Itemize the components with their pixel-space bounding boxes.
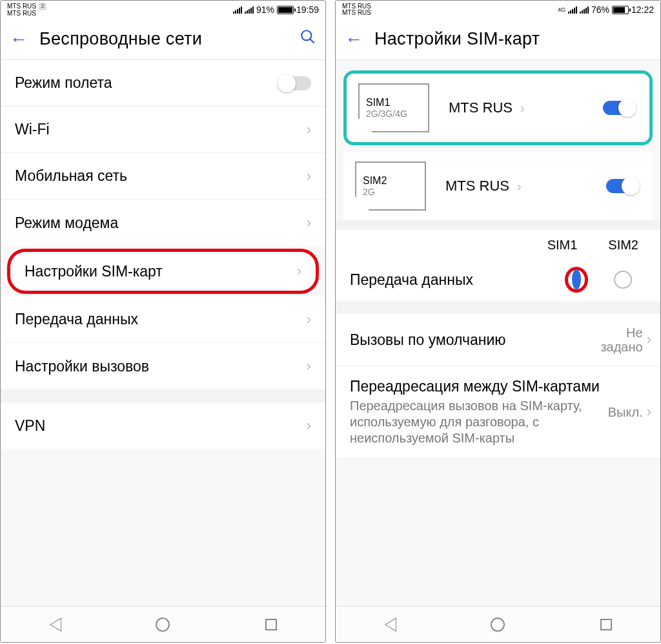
col-sim1: SIM1 [547,238,578,253]
data-transfer-label: Передача данных [350,271,553,289]
tether-label: Режим модема [15,214,307,232]
carrier-2: MTS RUS [7,10,46,17]
row-data-usage[interactable]: Передача данных › [1,296,325,343]
chevron-right-icon: › [307,121,311,138]
data-sim1-radio[interactable] [572,269,581,289]
row-vpn[interactable]: VPN › [1,402,325,449]
carrier-1: MTS RUS [7,3,36,10]
svg-point-0 [301,30,311,40]
status-carriers: MTS RUS MTS RUS [342,3,371,17]
content: Режим полета Wi-Fi › Мобильная сеть › Ре… [1,60,325,606]
svg-line-1 [310,39,314,43]
clock: 12:22 [631,5,654,15]
nav-back-button[interactable] [380,615,400,634]
default-calls-title: Вызовы по умолчанию [350,331,578,349]
phone-left: MTS RUS 2 MTS RUS 91% 19:59 ← Беспроводн… [0,0,326,643]
sim1-row[interactable]: SIM1 2G/3G/4G MTS RUS › [347,74,649,142]
signal-icon-2 [245,6,254,14]
sim2-name: SIM2 [363,175,418,187]
battery-percent: 91% [256,5,274,15]
sim-card-icon: SIM1 2G/3G/4G [358,83,429,132]
row-call-forwarding[interactable]: Переадресация между SIM-картами Переадре… [336,366,660,459]
header: ← Настройки SIM-карт [336,19,660,60]
chevron-right-icon: › [647,404,651,421]
calls-label: Настройки вызовов [15,358,307,375]
search-icon[interactable] [300,28,316,50]
airplane-toggle[interactable] [279,76,311,90]
nav-recent-button[interactable] [261,615,281,634]
row-tethering[interactable]: Режим модема › [1,200,325,246]
default-calls-value: Не задано [585,326,643,354]
mobile-label: Мобильная сеть [15,167,307,185]
nav-bar [1,606,325,642]
signal-icon-2 [580,6,589,14]
header: ← Беспроводные сети [1,19,325,60]
sim2-toggle[interactable] [606,179,638,193]
chevron-right-icon: › [307,168,311,185]
sim1-network: 2G/3G/4G [366,109,422,119]
nav-home-button[interactable] [153,615,172,634]
sim-card-icon: SIM2 2G [355,161,426,211]
sim-columns-header: SIM1 SIM2 [336,230,660,258]
row-call-settings[interactable]: Настройки вызовов › [1,343,325,390]
wifi-label: Wi-Fi [15,121,307,138]
status-right: 91% 19:59 [233,5,319,15]
sim2-row[interactable]: SIM2 2G MTS RUS › [343,152,653,221]
highlight-sim1: SIM1 2G/3G/4G MTS RUS › [343,70,653,145]
status-bar: MTS RUS MTS RUS 4G 76% 12:22 [336,1,660,19]
sim1-name: SIM1 [366,97,422,109]
chevron-right-icon: › [517,179,522,194]
row-data-transfer: Передача данных [336,258,660,302]
network-type: 4G [558,7,565,13]
signal-icon [233,6,242,14]
row-wifi[interactable]: Wi-Fi › [1,107,325,153]
vpn-label: VPN [15,417,307,435]
phone-right: MTS RUS MTS RUS 4G 76% 12:22 ← Настройки… [335,0,661,643]
content: SIM1 2G/3G/4G MTS RUS › SIM2 2G MTS RUS … [336,60,660,606]
status-carriers: MTS RUS 2 MTS RUS [7,3,46,17]
nav-recent-button[interactable] [596,615,616,634]
forwarding-value: Выкл. [608,405,643,420]
clock: 19:59 [296,5,319,15]
row-airplane-mode[interactable]: Режим полета [1,60,325,107]
sim1-carrier: MTS RUS [449,99,513,116]
carrier-2: MTS RUS [342,10,371,17]
chevron-right-icon: › [297,263,301,280]
sim2-carrier: MTS RUS [445,178,509,194]
col-sim2: SIM2 [608,238,638,253]
battery-icon [277,6,294,14]
row-default-calls[interactable]: Вызовы по умолчанию Не задано › [336,314,660,366]
forwarding-title: Переадресация между SIM-картами [350,378,602,395]
back-arrow-icon[interactable]: ← [10,29,28,50]
forwarding-desc: Переадресация вызовов на SIM-карту, испо… [350,398,602,446]
battery-icon [612,6,629,14]
nav-bar [336,606,660,642]
airplane-label: Режим полета [15,74,279,92]
highlight-sim1-radio [565,267,588,293]
page-title: Настройки SIM-карт [374,29,651,49]
data-label: Передача данных [15,311,307,328]
back-arrow-icon[interactable]: ← [345,29,363,50]
sim1-toggle[interactable] [603,101,635,115]
status-right: 4G 76% 12:22 [558,5,654,15]
chevron-right-icon: › [307,311,311,328]
chevron-right-icon: › [647,331,651,348]
chevron-right-icon: › [520,101,525,116]
chevron-right-icon: › [307,417,311,434]
sim-label: Настройки SIM-карт [25,263,297,280]
chevron-right-icon: › [307,358,311,375]
chevron-right-icon: › [307,214,311,231]
nav-back-button[interactable] [45,615,65,634]
row-mobile-network[interactable]: Мобильная сеть › [1,153,325,200]
nav-home-button[interactable] [488,615,507,634]
battery-percent: 76% [591,5,609,15]
data-sim2-radio[interactable] [614,271,632,289]
sim2-network: 2G [363,187,418,197]
signal-icon [568,6,577,14]
highlight-sim-settings: Настройки SIM-карт › [7,249,319,294]
sim-count-badge: 2 [39,3,46,10]
row-sim-settings[interactable]: Настройки SIM-карт › [10,252,316,291]
status-bar: MTS RUS 2 MTS RUS 91% 19:59 [1,1,325,19]
page-title: Беспроводные сети [39,29,300,49]
